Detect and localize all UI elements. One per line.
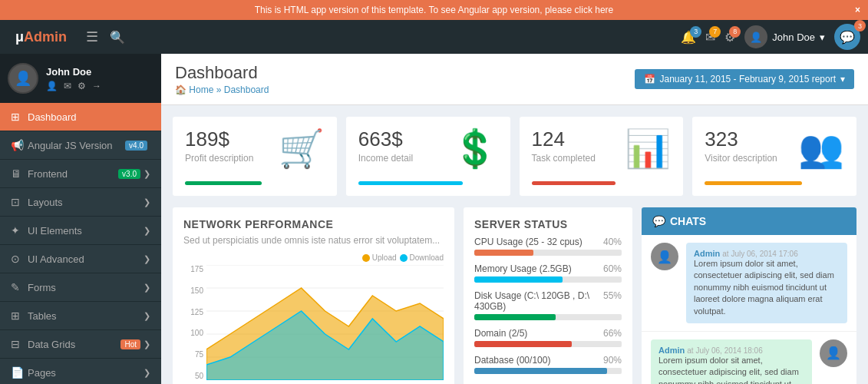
chat-badge: 3 bbox=[854, 20, 866, 31]
sidebar-label-data-grids: Data Grids bbox=[28, 339, 120, 350]
frontend-icon: 🖥 bbox=[11, 167, 28, 180]
sidebar-item-pages[interactable]: 📄 Pages ❯ bbox=[0, 359, 161, 384]
chat-date-1: at July 06, 2014 18:06 bbox=[687, 346, 762, 355]
sidebar-item-ui-elements[interactable]: ✦ UI Elements ❯ bbox=[0, 217, 161, 245]
stat-visitors-progress bbox=[705, 181, 802, 185]
cpu-pct: 40% bbox=[603, 237, 622, 247]
sidebar-item-data-grids[interactable]: ⊟ Data Grids Hot ❯ bbox=[0, 330, 161, 359]
sidebar-user: 👤 John Doe 👤 ✉ ⚙ → bbox=[0, 54, 161, 103]
sidebar-item-frontend[interactable]: 🖥 Frontend v3.0 ❯ bbox=[0, 160, 161, 188]
y-75: 75 bbox=[183, 350, 203, 359]
sidebar-label-forms: Forms bbox=[28, 282, 144, 293]
user-email-icon[interactable]: ✉ bbox=[64, 81, 71, 91]
date-range-text: January 11, 2015 - February 9, 2015 repo… bbox=[660, 74, 836, 84]
chat-text-0: Lorem ipsum dolor sit amet, consectetuer… bbox=[694, 258, 840, 317]
user-settings-icon[interactable]: ⚙ bbox=[78, 81, 86, 91]
forms-arrow: ❯ bbox=[144, 283, 150, 293]
sidebar-item-tables[interactable]: ⊞ Tables ❯ bbox=[0, 302, 161, 330]
notification-gear[interactable]: ⚙ 8 bbox=[724, 30, 735, 45]
data-grids-badge: Hot bbox=[120, 339, 140, 349]
stats-row: 189$ Profit description 🛒 663$ bbox=[173, 117, 856, 196]
chats-title: CHATS bbox=[670, 215, 706, 227]
stat-card-profit: 189$ Profit description 🛒 bbox=[173, 117, 337, 196]
gear-badge: 8 bbox=[729, 26, 741, 38]
sidebar-menu: ⊞ Dashboard 📢 Angular JS Version v4.0 🖥 … bbox=[0, 103, 161, 384]
stat-card-visitors: 323 Visitor description 👥 bbox=[692, 117, 856, 196]
cpu-bar bbox=[474, 250, 533, 256]
sidebar-label-pages: Pages bbox=[28, 367, 144, 379]
server-stat-cpu: CPU Usage (25 - 32 cpus) 40% bbox=[474, 237, 622, 256]
network-svg bbox=[206, 265, 444, 380]
stat-profit-value: 189$ bbox=[185, 127, 253, 151]
mail-badge: 7 bbox=[709, 26, 721, 38]
server-stats-list: CPU Usage (25 - 32 cpus) 40% Memory Usag… bbox=[474, 237, 622, 374]
stat-visitors-icon: 👥 bbox=[798, 127, 844, 170]
stat-income-progress bbox=[358, 181, 463, 185]
sidebar-item-forms[interactable]: ✎ Forms ❯ bbox=[0, 273, 161, 302]
sidebar-label-dashboard: Dashboard bbox=[28, 111, 150, 123]
search-button[interactable]: 🔍 bbox=[110, 30, 125, 45]
network-chart: Upload Download 175 150 125 100 75 bbox=[183, 253, 444, 384]
db-pct: 90% bbox=[603, 355, 622, 366]
notification-bell[interactable]: 🔔 3 bbox=[681, 30, 696, 45]
chats-panel: 💬 CHATS 👤 Admin at July 06, 2014 17:06 L… bbox=[642, 207, 856, 384]
chat-text-1: Lorem ipsum dolor sit amet, consectetuer… bbox=[658, 355, 804, 384]
banner-text: This is HTML app version of this templat… bbox=[255, 5, 614, 15]
sidebar: 👤 John Doe 👤 ✉ ⚙ → ⊞ Dashboard bbox=[0, 54, 161, 384]
sidebar-label-tables: Tables bbox=[28, 310, 144, 322]
user-name: John Doe bbox=[772, 31, 815, 43]
stat-card-tasks: 124 Task completed 📊 bbox=[520, 117, 684, 196]
sidebar-item-ui-advanced[interactable]: ⊙ UI Advanced ❯ bbox=[0, 245, 161, 273]
topbar-left: μAdmin ☰ 🔍 bbox=[8, 28, 125, 45]
y-150: 150 bbox=[183, 286, 203, 295]
ui-advanced-icon: ⊙ bbox=[11, 253, 28, 265]
y-50: 50 bbox=[183, 372, 203, 380]
y-125: 125 bbox=[183, 308, 203, 316]
breadcrumb-home[interactable]: Home bbox=[189, 84, 213, 95]
ui-advanced-arrow: ❯ bbox=[144, 254, 150, 264]
calendar-icon: 📅 bbox=[644, 74, 655, 84]
user-dropdown-arrow: ▾ bbox=[820, 31, 825, 43]
sidebar-avatar: 👤 bbox=[8, 63, 38, 94]
date-range-button[interactable]: 📅 January 11, 2015 - February 9, 2015 re… bbox=[635, 69, 854, 89]
forms-icon: ✎ bbox=[11, 281, 28, 293]
chats-icon: 💬 bbox=[652, 215, 665, 227]
breadcrumb-sep: » bbox=[216, 84, 222, 95]
tables-arrow: ❯ bbox=[144, 311, 150, 321]
data-grids-arrow: ❯ bbox=[144, 339, 150, 349]
sidebar-label-layouts: Layouts bbox=[28, 197, 144, 208]
hamburger-button[interactable]: ☰ bbox=[86, 28, 98, 45]
domain-bar bbox=[474, 341, 572, 347]
sidebar-item-layouts[interactable]: ⊡ Layouts ❯ bbox=[0, 188, 161, 217]
sidebar-username: John Doe bbox=[46, 66, 153, 78]
frontend-arrow: ❯ bbox=[144, 169, 150, 179]
domain-label: Domain (2/5) bbox=[474, 328, 527, 339]
y-100: 100 bbox=[183, 329, 203, 337]
topbar-right: 🔔 3 ✉ 7 ⚙ 8 👤 John Doe ▾ 💬 3 bbox=[681, 24, 860, 50]
network-title: NETWORK PERFORMANCE bbox=[183, 218, 444, 230]
notification-mail[interactable]: ✉ 7 bbox=[705, 30, 715, 45]
top-bar: μAdmin ☰ 🔍 🔔 3 ✉ 7 ⚙ 8 👤 John Doe ▾ bbox=[0, 20, 868, 54]
sidebar-label-angular: Angular JS Version bbox=[28, 140, 125, 151]
stat-tasks-label: Task completed bbox=[532, 153, 596, 164]
page-title: Dashboard bbox=[175, 63, 269, 83]
stat-tasks-icon: 📊 bbox=[625, 127, 671, 170]
chat-message-0: 👤 Admin at July 06, 2014 17:06 Lorem ips… bbox=[642, 235, 856, 332]
banner-close[interactable]: × bbox=[855, 5, 860, 15]
chat-message-1: Admin at July 06, 2014 18:06 Lorem ipsum… bbox=[642, 332, 856, 384]
sidebar-item-dashboard[interactable]: ⊞ Dashboard bbox=[0, 103, 161, 131]
angular-badge: v4.0 bbox=[125, 141, 147, 151]
user-profile-icon[interactable]: 👤 bbox=[46, 81, 58, 91]
chat-avatar-top[interactable]: 💬 3 bbox=[834, 24, 860, 50]
stat-tasks-value: 124 bbox=[532, 127, 596, 151]
breadcrumb-current: Dashboard bbox=[224, 84, 269, 95]
db-bar bbox=[474, 368, 607, 374]
user-menu[interactable]: 👤 John Doe ▾ bbox=[744, 25, 825, 48]
sidebar-item-angular[interactable]: 📢 Angular JS Version v4.0 bbox=[0, 131, 161, 160]
user-logout-icon[interactable]: → bbox=[92, 81, 101, 91]
main-content: Dashboard 🏠 Home » Dashboard 📅 January 1… bbox=[161, 54, 868, 384]
disk-label: Disk Usage (C:\ 120GB , D:\ 430GB) bbox=[474, 290, 603, 312]
chats-header: 💬 CHATS bbox=[642, 207, 856, 235]
top-banner: This is HTML app version of this templat… bbox=[0, 0, 868, 20]
download-legend: Download bbox=[410, 253, 444, 262]
